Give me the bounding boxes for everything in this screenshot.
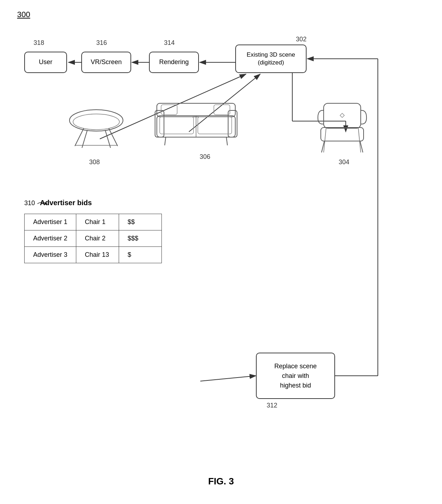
- rendering-ref: 314: [164, 39, 175, 47]
- svg-marker-38: [340, 113, 344, 118]
- scene-3d-box: Existing 3D scene(digitized): [235, 45, 307, 73]
- svg-point-15: [73, 114, 119, 130]
- replace-box: Replace scenechair withhighest bid: [256, 353, 335, 399]
- advertiser-2: Advertiser 2: [25, 230, 76, 247]
- advertiser-1: Advertiser 1: [25, 214, 76, 230]
- svg-line-17: [109, 128, 118, 146]
- table-row: Advertiser 2 Chair 2 $$$: [25, 230, 162, 247]
- svg-rect-32: [324, 103, 361, 128]
- replace-ref: 312: [267, 402, 277, 409]
- bid-2: $$$: [119, 230, 162, 247]
- bids-title: Advertiser bids: [40, 199, 92, 207]
- bids-table: Advertiser 1 Chair 1 $$ Advertiser 2 Cha…: [24, 214, 162, 263]
- svg-line-37: [358, 128, 361, 152]
- product-2: Chair 2: [76, 230, 119, 247]
- user-box: User: [24, 52, 67, 73]
- table-row: Advertiser 3 Chair 13 $: [25, 247, 162, 263]
- svg-line-36: [324, 128, 326, 152]
- svg-line-16: [75, 128, 84, 146]
- sofa-ref: 306: [200, 153, 210, 161]
- sofa-furniture: [153, 96, 239, 150]
- advertiser-3: Advertiser 3: [25, 247, 76, 263]
- figure-ref: 300: [17, 10, 30, 19]
- figure-label: FIG. 3: [208, 476, 234, 487]
- svg-line-31: [226, 137, 227, 145]
- svg-point-14: [70, 110, 123, 131]
- svg-rect-33: [321, 128, 364, 141]
- vr-screen-box: VR/Screen: [81, 52, 131, 73]
- svg-rect-27: [198, 117, 232, 134]
- svg-rect-28: [161, 105, 177, 115]
- svg-line-13: [200, 376, 256, 381]
- vr-ref: 316: [96, 39, 107, 47]
- bid-1: $$: [119, 214, 162, 230]
- product-3: Chair 13: [76, 247, 119, 263]
- svg-rect-29: [214, 105, 230, 115]
- svg-rect-26: [160, 117, 194, 134]
- table-furniture: [64, 107, 128, 157]
- table-ref: 308: [89, 159, 100, 166]
- user-ref: 318: [34, 39, 44, 47]
- chair-ref: 304: [339, 159, 349, 166]
- product-1: Chair 1: [76, 214, 119, 230]
- rendering-box: Rendering: [149, 52, 199, 73]
- scene-ref: 302: [296, 36, 307, 43]
- table-row: Advertiser 1 Chair 1 $$: [25, 214, 162, 230]
- chair-furniture: [314, 100, 371, 157]
- bid-3: $: [119, 247, 162, 263]
- diagram: 300: [0, 0, 442, 504]
- svg-line-30: [165, 137, 166, 145]
